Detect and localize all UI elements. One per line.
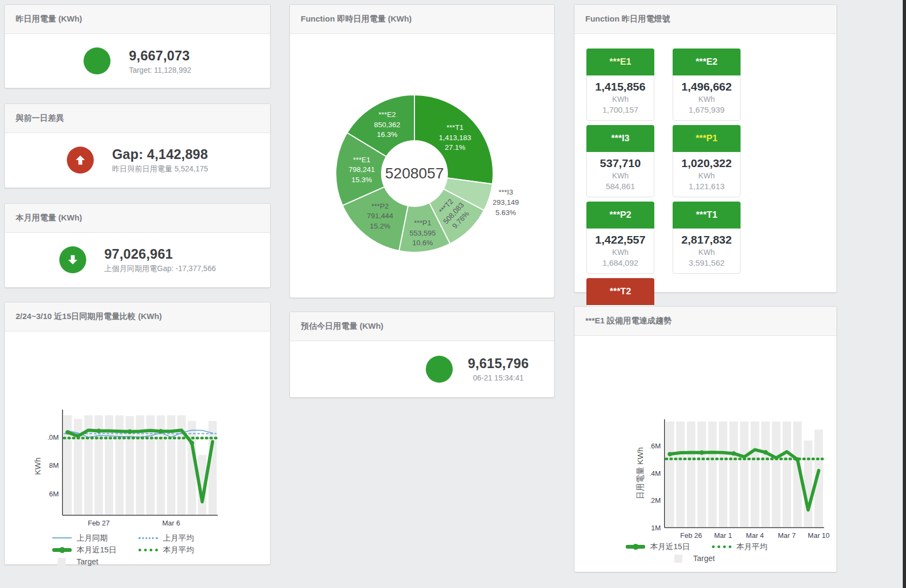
legend-item[interactable]: 本月平均 xyxy=(712,541,798,552)
legend-item[interactable]: Target xyxy=(669,552,755,564)
light-tile-header: ***T1 xyxy=(673,202,741,229)
compare-line-chart: 6M8M10MFeb 27Mar 6 xyxy=(48,410,226,531)
donut-center-total: 5208057 xyxy=(385,165,444,182)
light-tile-target: 1,700,157 xyxy=(587,105,654,114)
svg-text:6M: 6M xyxy=(49,490,59,498)
status-circle-green xyxy=(84,47,110,74)
light-tile-value: 1,496,662 xyxy=(673,80,740,93)
light-tile-header: ***I3 xyxy=(586,125,654,152)
sw-blue-line-icon xyxy=(52,537,72,538)
down-arrow-icon xyxy=(59,246,86,273)
light-tile-unit: KWh xyxy=(587,171,654,180)
legend-item[interactable]: 本月近15日 xyxy=(52,544,139,556)
svg-text:Feb 26: Feb 26 xyxy=(680,531,702,539)
legend-label: 上月平均 xyxy=(163,533,194,543)
panel-title: 2/24~3/10 近15日同期用電量比較 (KWh) xyxy=(5,302,270,331)
legend-label: Target xyxy=(77,557,98,566)
light-tile-header: ***P1 xyxy=(673,125,741,152)
light-tile[interactable]: ***E21,496,662KWh1,675,939 xyxy=(673,49,741,121)
panel-gap-prev-day: 與前一日差異 Gap: 4,142,898 昨日與前日用電量 5,524,175 xyxy=(4,103,271,188)
light-tile[interactable]: ***P21,422,557KWh1,684,092 xyxy=(586,202,654,274)
legend-label: 本月近15日 xyxy=(77,545,116,555)
light-tile-target: 584,861 xyxy=(587,182,654,191)
sw-green-thick-icon xyxy=(626,545,645,549)
legend-label: 上月同期 xyxy=(77,533,108,543)
legend-item[interactable]: 上月同期 xyxy=(52,532,139,544)
legend-label: 本月平均 xyxy=(163,545,194,555)
light-tile-value: 537,710 xyxy=(587,157,654,170)
svg-text:1M: 1M xyxy=(651,524,661,532)
page-scrollbar[interactable] xyxy=(903,0,906,588)
yesterday-value: 9,667,073 xyxy=(129,48,191,64)
light-tile[interactable]: ***P11,020,322KWh1,121,613 xyxy=(673,125,741,197)
svg-text:Mar 7: Mar 7 xyxy=(778,531,796,539)
light-tile-header: ***T2 xyxy=(586,278,654,305)
light-tile-unit: KWh xyxy=(587,248,654,257)
light-tile-value: 2,817,832 xyxy=(673,233,740,246)
status-circle-green xyxy=(426,356,453,383)
light-tile-unit: KWh xyxy=(673,248,740,257)
svg-text:Mar 1: Mar 1 xyxy=(714,531,732,539)
compare-y-axis-label: KWh xyxy=(33,458,42,475)
sw-grey-sq-icon xyxy=(674,555,682,563)
light-tile[interactable]: ***E11,415,856KWh1,700,157 xyxy=(586,49,654,121)
trend-y-axis-label: 日用電量 KWh xyxy=(635,447,646,500)
light-tile-unit: KWh xyxy=(673,171,740,180)
light-tile-value: 1,020,322 xyxy=(673,157,740,170)
gap-value: Gap: 4,142,898 xyxy=(112,147,208,162)
estimate-timestamp: 06-21 15:34:41 xyxy=(468,373,529,382)
panel-title: Function 昨日用電燈號 xyxy=(575,5,836,34)
sw-grey-sq-icon xyxy=(58,558,66,566)
legend-label: Target xyxy=(693,554,715,563)
svg-text:1.2M: 1.2M xyxy=(650,496,661,504)
panel-estimate-today: 預估今日用電量 (KWh) 9,615,796 06-21 15:34:41 xyxy=(289,312,555,398)
compare-legend: 上月同期上月平均本月近15日本月平均Target xyxy=(52,532,236,568)
panel-title: Function 即時日用電量 (KWh) xyxy=(290,5,554,34)
estimate-value: 9,615,796 xyxy=(468,356,529,371)
panel-trend-chart: ***E1 設備用電達成趨勢 日用電量 KWh 1M1.2M1.4M1.6MFe… xyxy=(574,306,837,572)
legend-label: 本月平均 xyxy=(736,542,767,552)
trend-line-chart: 1M1.2M1.4M1.6MFeb 26Mar 1Mar 4Mar 7Mar 1… xyxy=(650,417,833,543)
light-tile-target: 1,675,939 xyxy=(673,105,740,114)
sw-green-dot-icon xyxy=(712,545,731,548)
month-value: 97,026,961 xyxy=(105,246,216,262)
up-arrow-icon xyxy=(67,147,94,174)
light-tile-unit: KWh xyxy=(673,95,740,103)
svg-text:Mar 6: Mar 6 xyxy=(162,519,180,527)
trend-legend: 本月近15日本月平均Target xyxy=(620,541,804,564)
light-tile-header: ***E1 xyxy=(586,49,654,75)
svg-text:Mar 10: Mar 10 xyxy=(808,531,829,539)
panel-title: 昨日用電量 (KWh) xyxy=(5,5,270,34)
light-tile-unit: KWh xyxy=(587,95,654,103)
svg-text:10M: 10M xyxy=(48,433,59,441)
legend-label: 本月近15日 xyxy=(650,542,690,552)
light-tile-header: ***E2 xyxy=(673,49,741,75)
light-tile-target: 1,684,092 xyxy=(587,258,654,267)
panel-lights: Function 昨日用電燈號 ***E11,415,856KWh1,700,1… xyxy=(574,4,837,293)
legend-item[interactable]: 本月近15日 xyxy=(626,541,712,552)
svg-text:Feb 27: Feb 27 xyxy=(88,519,109,527)
legend-item[interactable]: 上月平均 xyxy=(139,532,225,544)
sw-green-dot-icon xyxy=(139,549,158,551)
legend-item[interactable]: Target xyxy=(52,556,139,568)
sw-green-thick-icon xyxy=(52,548,72,552)
legend-item[interactable]: 本月平均 xyxy=(139,544,225,556)
panel-title: 與前一日差異 xyxy=(5,104,270,133)
panel-donut: Function 即時日用電量 (KWh) ***T1 1,413,183 27… xyxy=(289,4,555,298)
svg-text:1.6M: 1.6M xyxy=(650,442,661,450)
gap-sub: 昨日與前日用電量 5,524,175 xyxy=(112,164,208,174)
function-usage-donut: ***T1 1,413,183 27.1%***I3 293,149 5.63%… xyxy=(290,34,554,297)
svg-text:8M: 8M xyxy=(49,461,59,469)
light-tile[interactable]: ***T12,817,832KWh3,591,562 xyxy=(673,202,741,274)
light-tile[interactable]: ***I3537,710KWh584,861 xyxy=(586,125,654,197)
panel-title: ***E1 設備用電達成趨勢 xyxy=(575,307,836,336)
light-tile-target: 3,591,562 xyxy=(673,258,740,267)
month-gap: 上個月同期用電Gap: -17,377,566 xyxy=(105,264,216,274)
light-tile-value: 1,422,557 xyxy=(587,233,654,246)
light-tile-header: ***P2 xyxy=(586,202,654,229)
sw-blue-dash-icon xyxy=(139,537,158,539)
panel-compare-chart: 2/24~3/10 近15日同期用電量比較 (KWh) KWh 6M8M10MF… xyxy=(4,302,271,565)
yesterday-target: Target: 11,128,992 xyxy=(129,66,191,74)
panel-title: 本月用電量 (KWh) xyxy=(5,204,270,233)
panel-month-usage: 本月用電量 (KWh) 97,026,961 上個月同期用電Gap: -17,3… xyxy=(4,203,271,288)
